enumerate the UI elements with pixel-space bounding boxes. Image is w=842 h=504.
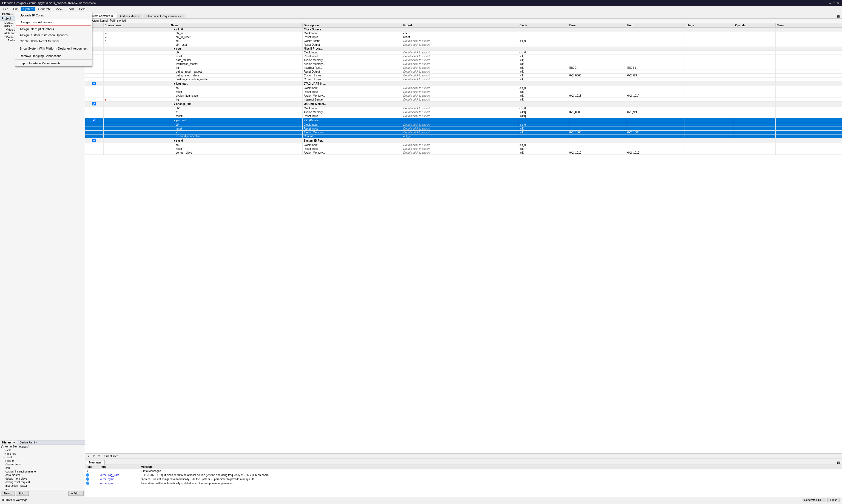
filter-up-btn[interactable]: ▲: [87, 454, 90, 458]
maximize-btn[interactable]: □: [833, 1, 835, 5]
table-row[interactable]: reset Reset Input Double-click to export…: [85, 127, 842, 131]
table-row[interactable]: instruction_master Avalon Memory... Doub…: [85, 62, 842, 66]
menu-remove-dangling[interactable]: Remove Dangling Connections: [15, 53, 92, 59]
table-row[interactable]: external_connection Conduit out_led: [85, 134, 842, 138]
table-row[interactable]: ■ cpu Nios II Proce...: [85, 47, 842, 51]
titlebar: Platform Designer - kernel.qsys* (F:\qrs…: [0, 0, 842, 6]
menu-assign-interrupt[interactable]: Assign Interrupt Numbers: [15, 26, 92, 32]
menu-tools[interactable]: Tools: [65, 7, 76, 11]
system-contents-table[interactable]: Connections Name Description Export Cloc…: [85, 23, 842, 453]
add-button[interactable]: + Add...: [68, 491, 84, 496]
hier-debug-mem[interactable]: debug mem slave: [0, 477, 85, 481]
table-row[interactable]: control_slave Avalon Memory... Double-cl…: [85, 151, 842, 155]
check-pio[interactable]: [92, 118, 96, 122]
menu-assign-opcodes[interactable]: Assign Custom Instruction Opcodes: [15, 32, 92, 38]
menu-view[interactable]: View: [53, 7, 65, 11]
table-row[interactable]: data_master Avalon Memory... Double-clic…: [85, 58, 842, 62]
check-onchip[interactable]: [92, 102, 96, 106]
tags-clk0: [684, 28, 734, 32]
menu-system[interactable]: System: [21, 7, 36, 11]
hier-inst-master[interactable]: instruction master: [0, 484, 85, 488]
tab-address-map[interactable]: Address Map ✕: [117, 14, 142, 18]
table-row[interactable]: s1 Avalon Memory... Double-click to expo…: [85, 110, 842, 114]
generate-hdl-button[interactable]: Generate HDL...: [802, 498, 827, 502]
table-row[interactable]: reset1 Reset Input Double-click to expor…: [85, 114, 842, 118]
msg-row-1[interactable]: kernel.jtag_uart JTAG UART IP input cloc…: [85, 473, 842, 477]
menu-edit[interactable]: Edit: [11, 7, 20, 11]
hier-connections-cpu[interactable]: Connections: [0, 463, 85, 466]
tab-device-family[interactable]: Device Family: [17, 440, 39, 445]
msg-row-3[interactable]: kernel.sysid Time stamp will be automati…: [85, 481, 842, 485]
table-row[interactable]: custom_instruction_master Custom Instru.…: [85, 77, 842, 82]
tab-interconnect[interactable]: Interconnect Requirements ✕: [143, 14, 185, 18]
msg-summary-row[interactable]: ▼ 3 Info Messages: [85, 469, 842, 473]
hier-irq[interactable]: irq: [0, 488, 85, 490]
filter-dropdown-btn[interactable]: ▼: [98, 454, 101, 458]
hier-cpu[interactable]: cpu: [0, 466, 85, 470]
menu-help[interactable]: Help: [77, 7, 88, 11]
table-row[interactable]: clk_reset Reset Output Double-click to e…: [85, 43, 842, 47]
tab-address-map-close[interactable]: ✕: [137, 15, 139, 18]
hier-reset[interactable]: ○ reset: [0, 455, 85, 459]
check-sysid[interactable]: [92, 139, 96, 142]
hier-clk[interactable]: +○ clk: [0, 448, 85, 452]
hier-pio-led-top[interactable]: +○ pio_led: [0, 452, 85, 455]
table-row[interactable]: avalon_jtag_slave Avalon Memory... Doubl…: [85, 94, 842, 98]
hier-debug-reset[interactable]: debug reset request: [0, 481, 85, 484]
menu-assign-base[interactable]: Assign Base Addresses: [16, 19, 91, 25]
hier-custom-inst[interactable]: custom instruction master: [0, 470, 85, 473]
menu-import-interface[interactable]: Import Interface Requirements...: [15, 60, 92, 66]
minimize-btn[interactable]: ─: [829, 1, 831, 5]
tab-param[interactable]: Param...: [0, 12, 15, 16]
table-row[interactable]: ■ onchip_ram On-Chip Memor...: [85, 102, 842, 107]
table-row[interactable]: ↗ clk_in_reset Reset Input reset: [85, 35, 842, 39]
tab-messages[interactable]: Messages: [86, 460, 105, 465]
table-row[interactable]: s1 Avalon Memory... Double-click to expo…: [85, 131, 842, 134]
edit-button[interactable]: Edit...: [16, 491, 29, 496]
menu-create-reset[interactable]: Create Global Reset Network: [15, 38, 92, 44]
conn-clk0: [103, 28, 170, 32]
table-row[interactable]: debug_reset_request Reset Output Double-…: [85, 70, 842, 74]
filter-down-btn[interactable]: ▼: [92, 454, 95, 458]
finish-button[interactable]: Finish: [827, 498, 840, 502]
table-row[interactable]: clk Clock Input Double-click to export c…: [85, 143, 842, 147]
hier-data-master[interactable]: data master: [0, 473, 85, 477]
tab-interconnect-label: Interconnect Requirements: [146, 15, 179, 18]
left-panel: Param... IP Ca... Project Librar... =DSP…: [0, 12, 85, 497]
close-btn[interactable]: ✕: [837, 1, 840, 5]
table-row[interactable]: clk Clock Input Double-click to export c…: [85, 123, 842, 127]
tab-interconnect-close[interactable]: ✕: [180, 15, 182, 18]
table-row[interactable]: clk Clock Input Double-click to export c…: [85, 86, 842, 90]
table-row[interactable]: ↖ clk Clock Output Double-click to expor…: [85, 39, 842, 43]
table-row[interactable]: reset Reset Input Double-click to export…: [85, 90, 842, 94]
table-row[interactable]: ■ sysid System ID Per...: [85, 138, 842, 143]
menu-file[interactable]: File: [1, 7, 11, 11]
menu-show-system[interactable]: Show System With Platform Designer Inter…: [15, 46, 92, 52]
tab-system-contents-close[interactable]: ✕: [111, 15, 113, 18]
table-row[interactable]: reset Reset Input Double-click to export…: [85, 54, 842, 58]
table-row-pio-led[interactable]: ■ pio_led PIO (Parallel...: [85, 118, 842, 123]
table-row[interactable]: debug_mem_slave Custom Instru... Double-…: [85, 74, 842, 77]
tab-address-map-label: Address Map: [120, 15, 136, 18]
menu-generate[interactable]: Generate: [36, 7, 53, 11]
check-jtag[interactable]: [92, 82, 96, 85]
table-row[interactable]: ■ clk_0 Clock Source: [85, 28, 842, 32]
table-row[interactable]: clk1 Clock Input Double-click to export …: [85, 107, 842, 110]
table-row[interactable]: irq Interrupt Rec... Double-click to exp…: [85, 66, 842, 70]
panel-float-btn[interactable]: ⊟: [836, 15, 841, 18]
table-row[interactable]: ■ jtag_uart JTAG UART Int...: [85, 82, 842, 86]
messages-float-btn[interactable]: ⊟: [836, 461, 841, 465]
hier-clk0[interactable]: +○ clk_0: [0, 459, 85, 463]
new-button[interactable]: New...: [1, 491, 15, 496]
table-row[interactable]: reset Reset Input Double-click to export…: [85, 147, 842, 151]
msg-row-2[interactable]: kernel.sysid System ID is not assigned a…: [85, 477, 842, 481]
menu-upgrade-ip[interactable]: Upgrade IP Cores...: [15, 12, 92, 18]
filter-bar: ▲ ▼ ▼ Current filter:: [85, 453, 842, 458]
table-row[interactable]: ▶ irq Interrupt Sender Double-click to e…: [85, 98, 842, 102]
export-clk0: [402, 28, 518, 32]
table-row[interactable]: clk Clock Input Double-click to export c…: [85, 51, 842, 54]
messages-content: Type Path Message ▼ 3 Info Messages kern…: [85, 465, 842, 497]
tab-hierarchy[interactable]: Hierarchy: [0, 440, 17, 445]
hier-kernel[interactable]: ◯ kernel [kernel.qsys*]: [0, 445, 85, 448]
table-row[interactable]: ↗ clk_in Clock Input clk: [85, 32, 842, 35]
